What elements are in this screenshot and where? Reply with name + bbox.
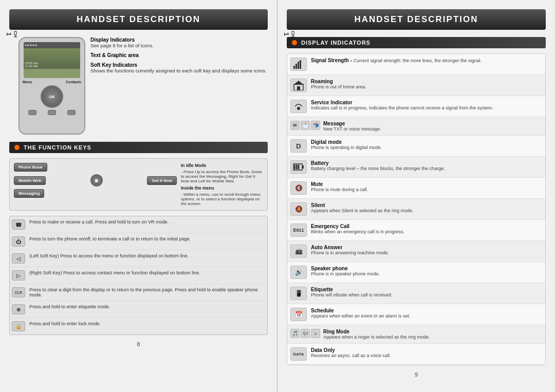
lock-key-desc: Press and hold to enter lock mode. (29, 321, 101, 326)
right-soft-icon: ▷ (12, 270, 25, 281)
roaming-text: Roaming Phone is out of home area. (311, 79, 542, 89)
left-soft-icon: ◁ (12, 253, 25, 264)
indicator-speaker: 🔊 Speaker phone Phone is in speaker phon… (287, 262, 545, 283)
schedule-desc: Appears when either an event or an alarm… (311, 313, 542, 319)
function-keys-header: THE FUNCTION KEYS (9, 142, 268, 153)
get-it-now-btn[interactable]: Get It Now (147, 176, 177, 185)
etiquette-text: Etiquette Phone will vibrate when call i… (311, 287, 542, 297)
data-only-text: Data Only Receives an async. call as a v… (311, 347, 542, 358)
right-header: HANDSET DESCRIPTION (287, 9, 546, 30)
roaming-title: Roaming (311, 79, 542, 84)
ring-icon-3: ♪ (311, 329, 320, 338)
left-soft-desc: (Left Soft Key) Press to access the menu… (29, 253, 189, 258)
auto-answer-icon: 📠 (290, 245, 307, 258)
svg-rect-6 (297, 86, 300, 90)
data-only-desc: Receives an async. call as a voice call. (311, 353, 542, 358)
phone-date: 12/25 Sat 11:35 AM (25, 62, 38, 68)
indicator-schedule: 📅 Schedule Appears when either an event … (287, 304, 545, 325)
fk-row-1: Phone Book (14, 163, 177, 172)
fk-inner: Phone Book Mobile Web ◉ Get It Now Messa… (14, 163, 263, 206)
data-only-icon: DATA (290, 347, 307, 361)
svg-rect-2 (298, 62, 299, 69)
service-title: Service Indicator (311, 100, 542, 105)
fk-row-3: Messaging (14, 189, 177, 198)
menu-label: Menu (23, 80, 32, 84)
fk-items-list: ☎ Press to make or receive a call. Press… (9, 216, 268, 335)
function-keys-grid: Phone Book Mobile Web ◉ Get It Now Messa… (9, 158, 268, 211)
display-section-dot (292, 40, 297, 45)
bottom-key-3 (67, 110, 76, 115)
indicator-battery: Battery Battery charging level – the mor… (287, 157, 545, 178)
etiquette-desc: Phone will vibrate when call is received… (311, 292, 542, 297)
message-text-row: ✉ 📩 📬 Message New TXT or voice message. (290, 121, 542, 132)
phone-screen: 12/25 Sat 11:35 AM (24, 42, 80, 78)
message-title: Message (323, 121, 542, 126)
service-icon (290, 100, 307, 113)
svg-rect-12 (298, 165, 300, 170)
ok-button[interactable]: OK (41, 85, 63, 108)
phone-book-btn[interactable]: Phone Book (14, 163, 47, 172)
mobile-web-btn[interactable]: Mobile Web (14, 176, 46, 185)
ring-icon-2: 🎶 (301, 329, 310, 338)
power-icon: ⏻ (12, 236, 25, 247)
message-desc: New TXT or voice message. (323, 126, 542, 132)
bottom-keys (20, 110, 84, 115)
msg-icon-3: 📬 (311, 121, 320, 130)
etiquette-title: Etiquette (311, 287, 542, 292)
ring-mode-desc: Appears when a ringer is selected as the… (323, 334, 542, 340)
phone-nav: OK (20, 85, 84, 108)
digital-text: Digital mode Phone is operating in digit… (311, 139, 542, 150)
schedule-title: Schedule (311, 308, 542, 313)
right-page-number: 9 (287, 371, 546, 378)
fk-right: In Idle Mode - Press Up to access the Ph… (181, 163, 263, 206)
indicator-etiquette: 📳 Etiquette Phone will vibrate when call… (287, 283, 545, 304)
roaming-desc: Phone is out of home area. (311, 84, 542, 89)
etiquette-key-icon: ⊕ (12, 304, 25, 314)
emergency-desc: Blinks when an emergency call is in prog… (311, 229, 542, 234)
phone-landscape: 12/25 Sat 11:35 AM (24, 48, 80, 69)
bottom-key-2 (48, 110, 56, 115)
speaker-icon: 🔊 (290, 266, 307, 279)
indicator-auto-answer: 📠 Auto Answer Phone is in answering mach… (287, 241, 545, 262)
speaker-text: Speaker phone Phone is in speaker phone … (311, 266, 542, 276)
silent-title: Silent (311, 202, 542, 208)
phone-diagram: 12/25 Sat 11:35 AM Menu Contacts OK (18, 37, 85, 135)
phone-section: 12/25 Sat 11:35 AM Menu Contacts OK (18, 37, 268, 135)
signal-title: Signal Strength - Current signal strengt… (311, 58, 542, 63)
screen-top (24, 42, 80, 48)
messaging-btn[interactable]: Messaging (14, 189, 44, 198)
etiquette-key-desc: Press and hold to enter etiquette mode. (29, 304, 110, 309)
phone-softkeys: Menu Contacts (20, 80, 84, 84)
speaker-title: Speaker phone (311, 266, 542, 271)
bottom-key-1 (28, 110, 36, 115)
data-only-title: Data Only (311, 347, 542, 353)
left-page: HANDSET DESCRIPTION CH 1 12/25 Sat 11:35… (0, 0, 278, 392)
service-text: Service Indicator Indicates call is in p… (311, 100, 542, 110)
left-ch-label: CH 1 (5, 31, 18, 38)
digital-desc: Phone is operating in digital mode. (311, 145, 542, 150)
left-header: HANDSET DESCRIPTION (9, 9, 268, 30)
signal-text: Signal Strength - Current signal strengt… (311, 58, 542, 63)
schedule-text: Schedule Appears when either an event or… (311, 308, 542, 319)
service-desc: Indicates call is in progress, indicates… (311, 105, 542, 110)
indicator-service: Service Indicator Indicates call is in p… (287, 96, 545, 117)
fk-item-lock: 🔒 Press and hold to enter lock mode. (10, 318, 267, 334)
indicator-mute: 🔇 Mute Phone is mute during a call. (287, 178, 545, 199)
fk-item-call: ☎ Press to make or receive a call. Press… (10, 216, 267, 233)
ring-mode-row: 🎵 🎶 ♪ Ring Mode Appears when a ringer is… (290, 329, 542, 340)
fk-item-clear: CLR Press to clear a digit from the disp… (10, 284, 267, 301)
nav-btn[interactable]: ◉ (90, 174, 103, 186)
silent-icon: 🔕 (290, 202, 307, 216)
section-dot (14, 145, 20, 150)
annotation-text-graphic: Text & Graphic area (90, 52, 268, 58)
annotation-soft-key: Soft Key Indicators Shows the functions … (90, 62, 268, 73)
call-icon: ☎ (12, 219, 25, 230)
power-desc: Press to turn the phone on/off, to termi… (29, 236, 191, 241)
svg-rect-10 (294, 165, 295, 170)
indicator-silent: 🔕 Silent Appears when Silent is selected… (287, 199, 545, 220)
auto-answer-desc: Phone is in answering machine mode. (311, 250, 542, 255)
digital-title: Digital mode (311, 139, 542, 145)
msg-icon-2: 📩 (301, 121, 310, 130)
fk-item-etiquette: ⊕ Press and hold to enter etiquette mode… (10, 301, 267, 318)
signal-icon (290, 58, 307, 71)
